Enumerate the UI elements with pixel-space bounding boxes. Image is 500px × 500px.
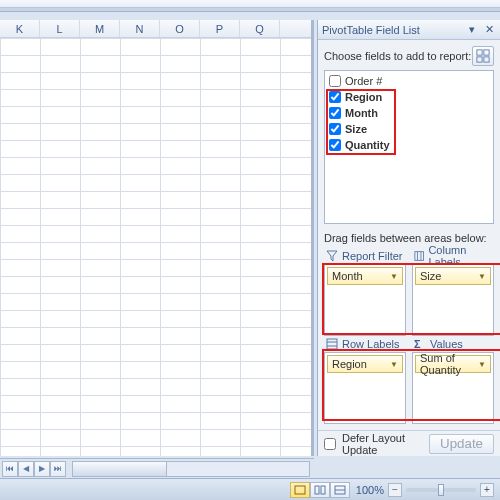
- sheet-tab-bar: ⏮ ◀ ▶ ⏭: [0, 458, 314, 478]
- field-list[interactable]: Order # Region Month Size Quantity: [324, 70, 494, 224]
- col-header[interactable]: M: [80, 20, 120, 37]
- column-labels-area[interactable]: Size▼: [412, 264, 494, 336]
- chip-month[interactable]: Month▼: [327, 267, 403, 285]
- tab-nav-next[interactable]: ▶: [34, 461, 50, 477]
- field-label: Size: [345, 123, 367, 135]
- field-checkbox[interactable]: [329, 123, 341, 135]
- columns-icon: [414, 250, 424, 262]
- zoom-out-button[interactable]: −: [388, 483, 402, 497]
- pivottable-field-list-pane: PivotTable Field List ▾ ✕ Choose fields …: [317, 20, 500, 456]
- svg-rect-3: [484, 57, 489, 62]
- field-checkbox[interactable]: [329, 139, 341, 151]
- field-checkbox[interactable]: [329, 107, 341, 119]
- defer-layout-label: Defer Layout Update: [342, 432, 423, 456]
- zoom-slider[interactable]: [406, 488, 476, 492]
- row-labels-area[interactable]: Region▼: [324, 352, 406, 424]
- chevron-down-icon: ▼: [390, 360, 398, 369]
- rows-icon: [326, 338, 338, 350]
- chip-region[interactable]: Region▼: [327, 355, 403, 373]
- view-switcher: [290, 482, 350, 498]
- field-checkbox[interactable]: [329, 75, 341, 87]
- pane-title-text: PivotTable Field List: [322, 24, 420, 36]
- chip-sum-quantity[interactable]: Sum of Quantity▼: [415, 355, 491, 373]
- svg-rect-1: [484, 50, 489, 55]
- tab-nav-last[interactable]: ⏭: [50, 461, 66, 477]
- sigma-icon: Σ: [414, 338, 426, 350]
- tab-nav-prev[interactable]: ◀: [18, 461, 34, 477]
- drag-fields-label: Drag fields between areas below:: [324, 232, 494, 244]
- report-filter-header: Report Filter: [324, 248, 406, 264]
- defer-layout-checkbox[interactable]: [324, 438, 336, 450]
- field-label: Region: [345, 91, 382, 103]
- svg-rect-0: [477, 50, 482, 55]
- close-icon[interactable]: ✕: [482, 23, 496, 37]
- zoom-in-button[interactable]: +: [480, 483, 494, 497]
- svg-rect-2: [477, 57, 482, 62]
- svg-rect-10: [295, 486, 305, 494]
- col-header[interactable]: L: [40, 20, 80, 37]
- horizontal-scrollbar[interactable]: [72, 461, 310, 477]
- field-item-region[interactable]: Region: [325, 89, 493, 105]
- pane-titlebar: PivotTable Field List ▾ ✕: [318, 20, 500, 40]
- field-item-size[interactable]: Size: [325, 121, 493, 137]
- col-header[interactable]: P: [200, 20, 240, 37]
- report-filter-area[interactable]: Month▼: [324, 264, 406, 336]
- zoom-level-label[interactable]: 100%: [356, 484, 384, 496]
- col-header[interactable]: K: [0, 20, 40, 37]
- zoom-control: 100% − +: [356, 483, 494, 497]
- field-item-quantity[interactable]: Quantity: [325, 137, 493, 153]
- chip-size[interactable]: Size▼: [415, 267, 491, 285]
- svg-rect-4: [415, 252, 424, 261]
- filter-icon: [326, 250, 338, 262]
- worksheet-area[interactable]: K L M N O P Q: [0, 20, 314, 456]
- col-header[interactable]: N: [120, 20, 160, 37]
- layout-options-button[interactable]: [472, 46, 494, 66]
- values-header: Σ Values: [412, 336, 494, 352]
- status-bar: 100% − +: [0, 478, 500, 500]
- field-label: Order #: [345, 75, 382, 87]
- field-label: Quantity: [345, 139, 390, 151]
- tab-nav-first[interactable]: ⏮: [2, 461, 18, 477]
- field-item-month[interactable]: Month: [325, 105, 493, 121]
- column-headers: K L M N O P Q: [0, 20, 311, 38]
- chevron-down-icon: ▼: [478, 272, 486, 281]
- col-header[interactable]: O: [160, 20, 200, 37]
- chevron-down-icon: ▼: [478, 360, 486, 369]
- choose-fields-label: Choose fields to add to report:: [324, 50, 472, 62]
- cell-grid[interactable]: [0, 38, 311, 456]
- field-label: Month: [345, 107, 378, 119]
- view-normal-button[interactable]: [290, 482, 310, 498]
- view-page-layout-button[interactable]: [310, 482, 330, 498]
- update-button[interactable]: Update: [429, 434, 494, 454]
- pane-menu-icon[interactable]: ▾: [465, 23, 479, 37]
- values-area[interactable]: Sum of Quantity▼: [412, 352, 494, 424]
- col-header[interactable]: Q: [240, 20, 280, 37]
- field-checkbox[interactable]: [329, 91, 341, 103]
- drop-areas: Report Filter Column Labels Month▼ Size▼: [324, 248, 494, 424]
- svg-rect-11: [315, 486, 319, 494]
- svg-rect-12: [321, 486, 325, 494]
- field-item-order[interactable]: Order #: [325, 73, 493, 89]
- column-labels-header: Column Labels: [412, 248, 494, 264]
- view-page-break-button[interactable]: [330, 482, 350, 498]
- row-labels-header: Row Labels: [324, 336, 406, 352]
- chevron-down-icon: ▼: [390, 272, 398, 281]
- svg-rect-7: [327, 339, 337, 349]
